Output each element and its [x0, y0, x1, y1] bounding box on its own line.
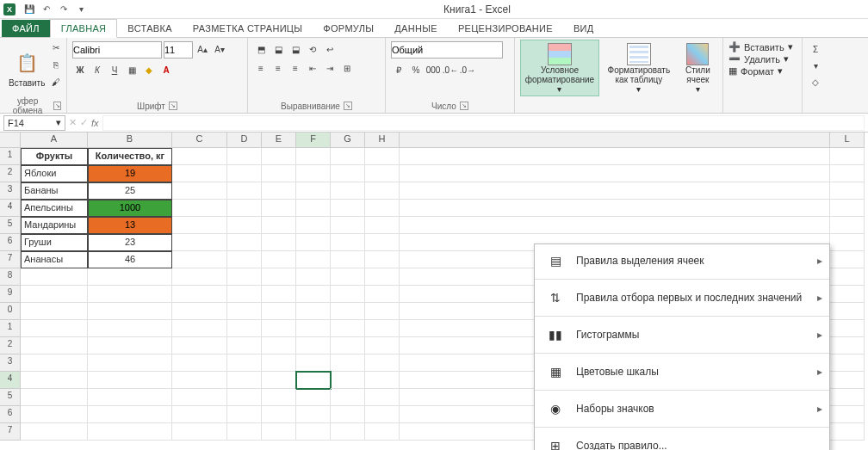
row-header[interactable]: 9: [0, 286, 21, 303]
cell[interactable]: [262, 251, 296, 268]
cell[interactable]: [172, 423, 227, 441]
cell[interactable]: [365, 182, 400, 200]
cell[interactable]: [262, 320, 296, 337]
cell[interactable]: [262, 406, 296, 423]
cell[interactable]: [88, 286, 172, 303]
cell[interactable]: [172, 268, 227, 286]
col-header-b[interactable]: B: [88, 133, 172, 148]
decrease-indent-button[interactable]: ⇤: [305, 60, 320, 76]
cell[interactable]: [365, 354, 400, 372]
col-header-l[interactable]: L: [830, 133, 865, 148]
clear-button[interactable]: ◇: [808, 74, 823, 89]
cell[interactable]: [365, 372, 400, 389]
cell[interactable]: [262, 165, 296, 182]
cell[interactable]: [331, 268, 365, 286]
fx-icon[interactable]: fx: [91, 118, 99, 128]
cell[interactable]: [227, 217, 262, 234]
underline-button[interactable]: Ч: [107, 62, 122, 77]
border-button[interactable]: ▦: [124, 62, 140, 77]
cell[interactable]: [227, 303, 262, 320]
cell[interactable]: [830, 165, 865, 182]
cell[interactable]: [172, 354, 227, 372]
cell[interactable]: [331, 354, 365, 372]
cell[interactable]: [331, 286, 365, 303]
cell[interactable]: [262, 354, 296, 372]
cell[interactable]: 46: [88, 251, 172, 268]
tab-view[interactable]: ВИД: [563, 20, 604, 37]
increase-indent-button[interactable]: ⇥: [322, 60, 338, 76]
cell[interactable]: [262, 217, 296, 234]
col-header-c[interactable]: C: [172, 133, 227, 148]
qat-save[interactable]: 💾: [22, 3, 36, 16]
cell[interactable]: [296, 200, 331, 217]
cell[interactable]: [88, 423, 172, 441]
cell[interactable]: [331, 234, 365, 251]
row-header[interactable]: 2: [0, 165, 21, 182]
decrease-decimal-button[interactable]: .0→: [460, 62, 475, 77]
cell[interactable]: [830, 251, 865, 268]
cell[interactable]: [830, 148, 865, 165]
cell[interactable]: [365, 200, 400, 217]
cell[interactable]: [296, 354, 331, 372]
cell[interactable]: [331, 165, 365, 182]
cell[interactable]: [172, 286, 227, 303]
cell[interactable]: [227, 337, 262, 354]
row-header[interactable]: 7: [0, 251, 21, 268]
cell[interactable]: [830, 389, 865, 406]
cell[interactable]: [365, 303, 400, 320]
cell[interactable]: [365, 268, 400, 286]
cell[interactable]: [88, 354, 172, 372]
cell[interactable]: [296, 389, 331, 406]
cf-color-scales[interactable]: ▦ Цветовые шкалы ▸: [535, 355, 829, 388]
font-dialog-icon[interactable]: ↘: [169, 102, 177, 110]
cell[interactable]: [365, 389, 400, 406]
cell[interactable]: [296, 406, 331, 423]
cell[interactable]: Количество, кг: [88, 148, 172, 165]
accounting-button[interactable]: ₽: [391, 62, 406, 77]
cell[interactable]: [365, 406, 400, 423]
delete-cells-button[interactable]: ➖Удалить ▾: [728, 53, 789, 65]
cell[interactable]: [296, 251, 331, 268]
tab-data[interactable]: ДАННЫЕ: [384, 20, 448, 37]
row-header[interactable]: 1: [0, 320, 21, 337]
cf-icon-sets[interactable]: ◉ Наборы значков ▸: [535, 392, 829, 425]
col-header-a[interactable]: A: [21, 133, 88, 148]
tab-home[interactable]: ГЛАВНАЯ: [50, 19, 118, 38]
cell[interactable]: [331, 389, 365, 406]
cell[interactable]: [830, 286, 865, 303]
cell[interactable]: [21, 286, 88, 303]
cell[interactable]: [172, 406, 227, 423]
row-header[interactable]: 6: [0, 234, 21, 251]
cell[interactable]: [331, 337, 365, 354]
row-header[interactable]: 3: [0, 182, 21, 200]
cell[interactable]: [331, 372, 365, 389]
cell[interactable]: [296, 372, 331, 389]
cell[interactable]: [331, 148, 365, 165]
cf-top-bottom-rules[interactable]: ⇅ Правила отбора первых и последних знач…: [535, 281, 829, 314]
cell[interactable]: [331, 423, 365, 441]
format-as-table-button[interactable]: Форматировать как таблицу ▾: [599, 40, 679, 96]
row-header[interactable]: 5: [0, 389, 21, 406]
number-format-combo[interactable]: [391, 41, 503, 59]
cell[interactable]: [262, 182, 296, 200]
increase-decimal-button[interactable]: .0←: [443, 62, 458, 77]
col-header-rest[interactable]: [400, 133, 830, 148]
cell[interactable]: [830, 182, 865, 200]
cell[interactable]: 25: [88, 182, 172, 200]
cell[interactable]: [830, 234, 865, 251]
confirm-formula-icon[interactable]: ✓: [80, 117, 88, 128]
col-header-d[interactable]: D: [227, 133, 262, 148]
cell[interactable]: 23: [88, 234, 172, 251]
qat-undo[interactable]: ↶: [40, 3, 53, 16]
cell[interactable]: [296, 148, 331, 165]
worksheet-grid[interactable]: A B C D E F G H L 1ФруктыКоличество, кг2…: [0, 133, 868, 450]
cell[interactable]: [331, 303, 365, 320]
cell[interactable]: [296, 234, 331, 251]
cell[interactable]: [400, 148, 830, 165]
cell[interactable]: [227, 268, 262, 286]
cell[interactable]: [262, 234, 296, 251]
cell[interactable]: [331, 406, 365, 423]
col-header-h[interactable]: H: [365, 133, 400, 148]
cell[interactable]: [296, 165, 331, 182]
col-header-f[interactable]: F: [296, 133, 331, 148]
